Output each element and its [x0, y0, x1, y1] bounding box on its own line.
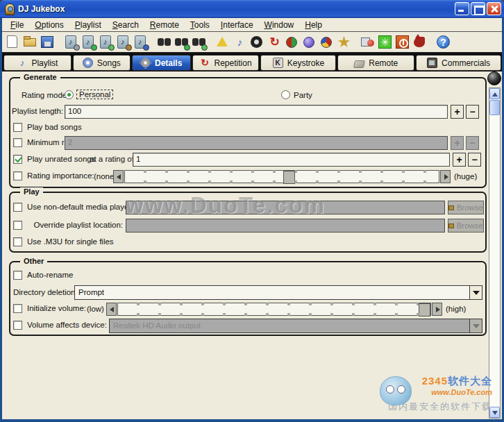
menu-interface[interactable]: Interface [215, 19, 259, 31]
minimize-button[interactable] [455, 2, 469, 15]
initialize-volume-label[interactable]: Initialize volume: [27, 304, 86, 312]
favorite-star-icon[interactable]: ★ [336, 34, 352, 50]
rating-mode-personal-label[interactable]: Personal [76, 90, 113, 99]
playlist-export-icon[interactable] [133, 34, 149, 50]
menu-options[interactable]: Options [29, 19, 69, 31]
music-note-icon[interactable]: ♪ [232, 34, 248, 50]
web-globe-icon[interactable] [301, 34, 317, 50]
generate-legend: Generate [20, 73, 60, 81]
rating-importance-track[interactable] [124, 170, 439, 183]
playlist-process-icon[interactable] [98, 34, 114, 50]
scroll-up-arrow[interactable] [489, 88, 500, 99]
playlist-location-checkbox[interactable] [13, 221, 22, 230]
search-next-icon[interactable] [191, 34, 207, 50]
volume-left-arrow[interactable] [106, 303, 117, 316]
playlist-length-minus-button[interactable]: − [466, 105, 479, 119]
folder-icon [448, 205, 454, 210]
playlist-settings-icon[interactable] [63, 34, 79, 50]
volume-device-checkbox[interactable] [13, 321, 22, 330]
playlist-location-browse-button: Browse [448, 219, 484, 233]
at-rating-input[interactable]: 1 [133, 153, 450, 167]
chevron-down-icon[interactable] [469, 286, 482, 299]
play-bad-songs-label[interactable]: Play bad songs [27, 123, 82, 131]
songs-tab-icon [83, 58, 93, 68]
burst-icon[interactable]: ✳ [377, 34, 393, 50]
rating-mode-personal-radio[interactable] [65, 90, 74, 99]
menu-window[interactable]: Window [259, 19, 300, 31]
minimum-rating-input: 2 [65, 136, 448, 150]
tab-repetition[interactable]: ↻ Repetition [192, 55, 260, 71]
pie-chart-icon[interactable] [319, 34, 335, 50]
power-icon[interactable] [394, 34, 410, 50]
vertical-scrollbar[interactable] [489, 87, 501, 419]
search-icon[interactable] [156, 34, 172, 50]
m3u-checkbox[interactable] [13, 237, 22, 246]
keystroke-tab-icon: K [273, 58, 283, 68]
play-unrated-label[interactable]: Play unrated songs [27, 155, 95, 163]
tab-playlist[interactable]: ♪ Playlist [3, 55, 72, 71]
save-playlist-icon[interactable] [40, 34, 56, 50]
playlist-length-input[interactable]: 100 [65, 105, 448, 119]
tab-commercials[interactable]: Commercials [416, 55, 501, 71]
tab-songs[interactable]: Songs [73, 55, 131, 71]
play-bad-songs-checkbox[interactable] [13, 123, 22, 132]
playlist-location-label[interactable]: Override playlist location: [27, 221, 123, 229]
new-playlist-icon[interactable] [5, 34, 21, 50]
search-add-icon[interactable] [174, 34, 190, 50]
playlist-key-icon[interactable] [115, 34, 131, 50]
at-rating-plus-button[interactable]: + [453, 153, 466, 167]
help-icon[interactable]: ? [435, 34, 451, 50]
menu-search[interactable]: Search [107, 19, 144, 31]
rooster-icon[interactable] [412, 34, 428, 50]
maximize-button[interactable] [471, 2, 485, 15]
directory-deletion-label: Directory deletion: [13, 288, 78, 296]
rating-importance-label[interactable]: Rating importance: [27, 171, 94, 180]
tab-keystroke[interactable]: K Keystroke [260, 55, 336, 71]
warning-note-icon[interactable] [215, 34, 230, 50]
panel-knob-icon[interactable] [487, 71, 501, 85]
playlist-tab-icon: ♪ [17, 58, 27, 68]
rating-importance-left-arrow[interactable] [113, 170, 124, 183]
other-legend: Other [20, 257, 47, 265]
tab-remote[interactable]: Remote [337, 55, 414, 71]
tab-details[interactable]: Details [132, 55, 191, 71]
app-window: DJ Jukebox File Options Playlist Search … [0, 0, 504, 422]
directory-deletion-dropdown[interactable]: Prompt [74, 285, 482, 300]
menu-help[interactable]: Help [299, 19, 328, 31]
volume-device-label[interactable]: Volume affects device: [27, 321, 107, 329]
refresh-icon[interactable]: ↻ [267, 34, 283, 50]
close-button[interactable] [487, 2, 501, 15]
scroll-thumb[interactable] [489, 100, 500, 115]
menu-file[interactable]: File [5, 19, 29, 31]
dice-icon[interactable] [360, 34, 376, 50]
volume-thumb[interactable] [419, 303, 430, 316]
mascot-image [380, 376, 412, 405]
rating-mode-party-label[interactable]: Party [294, 91, 312, 99]
auto-rename-label[interactable]: Auto-rename [27, 271, 73, 279]
menu-tools[interactable]: Tools [185, 19, 215, 31]
media-player-label[interactable]: Use non-default media player: [27, 203, 133, 211]
at-rating-minus-button[interactable]: − [468, 153, 481, 167]
m3u-label[interactable]: Use .M3U for single files [27, 237, 114, 246]
rating-importance-huge-label: (huge) [454, 172, 477, 180]
auto-rename-checkbox[interactable] [13, 271, 22, 280]
play-group: Play Use non-default media player: Brows… [9, 192, 487, 253]
playlist-add-icon[interactable] [81, 34, 96, 50]
rating-importance-thumb[interactable] [283, 171, 295, 184]
volume-track[interactable] [117, 303, 431, 316]
media-player-checkbox[interactable] [13, 203, 22, 212]
volume-right-arrow[interactable] [432, 303, 442, 316]
open-playlist-icon[interactable] [22, 34, 38, 50]
menu-remote[interactable]: Remote [144, 19, 185, 31]
minimum-rating-checkbox[interactable] [13, 138, 22, 147]
play-unrated-checkbox[interactable] [13, 155, 22, 164]
rating-importance-checkbox[interactable] [13, 171, 22, 180]
announce-disc-icon[interactable] [249, 34, 265, 50]
initialize-volume-checkbox[interactable] [13, 304, 22, 313]
rating-toggle-icon[interactable] [284, 34, 300, 50]
playlist-length-plus-button[interactable]: + [451, 105, 464, 119]
menu-playlist[interactable]: Playlist [69, 19, 107, 31]
title-bar[interactable]: DJ Jukebox [0, 0, 504, 18]
rating-mode-party-radio[interactable] [281, 90, 290, 99]
rating-importance-right-arrow[interactable] [440, 170, 451, 183]
